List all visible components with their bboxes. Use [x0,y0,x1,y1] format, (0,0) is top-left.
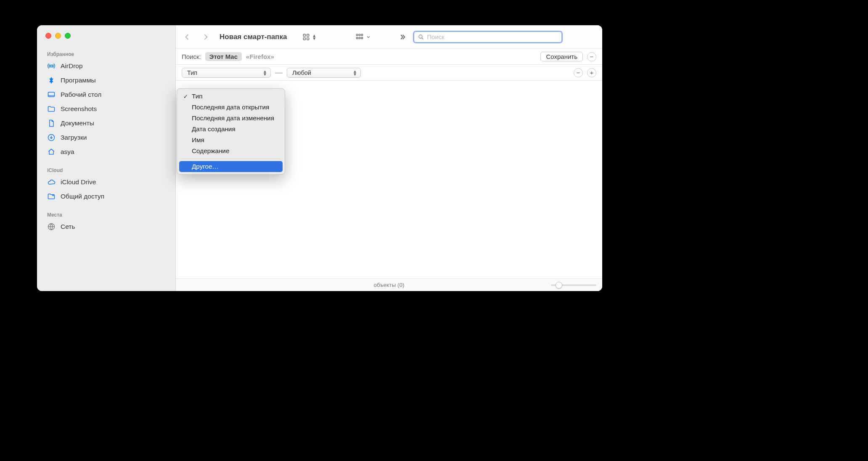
sidebar-section-places: Места [37,209,175,220]
sidebar-item-desktop[interactable]: Рабочий стол [37,87,175,102]
sidebar-section-icloud: iCloud [37,165,175,175]
menu-item-label: Дата создания [192,125,236,133]
menu-item-label: Содержание [192,147,229,155]
svg-rect-9 [357,34,358,35]
window-controls [37,33,175,39]
desktop-icon [47,90,56,99]
svg-rect-1 [48,92,55,97]
window-title: Новая смарт-папка [220,33,287,41]
svg-rect-13 [359,37,360,38]
sidebar-item-label: AirDrop [61,62,83,70]
icon-size-slider[interactable] [551,282,596,289]
criteria-kind-select[interactable]: Тип ▲▼ [182,68,271,78]
sidebar-item-shared[interactable]: Общий доступ [37,189,175,204]
sidebar-item-icloud-drive[interactable]: iCloud Drive [37,175,175,189]
svg-point-15 [419,35,422,38]
sidebar-item-label: Сеть [61,223,75,231]
svg-point-0 [50,65,53,67]
criteria-row: Тип ▲▼ — Любой ▲▼ − + [176,65,602,81]
svg-rect-12 [357,37,358,38]
shared-folder-icon [47,192,56,201]
checkmark-icon: ✓ [183,93,188,100]
sidebar-item-downloads[interactable]: Загрузки [37,130,175,145]
svg-point-3 [52,195,54,196]
sidebar-item-label: Документы [61,119,94,127]
sidebar-item-label: Рабочий стол [61,91,101,98]
search-field[interactable] [413,31,563,43]
menu-item-last-modified[interactable]: Последняя дата изменения [179,113,283,124]
save-button[interactable]: Сохранить [540,52,583,61]
criteria-value-select[interactable]: Любой ▲▼ [287,68,361,78]
cloud-icon [47,178,56,186]
chevron-down-icon [366,34,371,40]
toolbar: Новая смарт-папка ▲▼ [176,25,602,49]
document-icon [47,119,56,127]
chevron-updown-icon: ▲▼ [263,70,267,76]
scope-firefox[interactable]: «Firefox» [246,53,274,60]
fullscreen-button[interactable] [65,33,71,39]
status-bar: объекты (0) [176,278,602,291]
criteria-kind-value: Тип [187,69,197,76]
sidebar-section-favorites: Избранное [37,49,175,59]
add-criteria-button[interactable]: + [587,68,596,77]
sidebar-item-applications[interactable]: Программы [37,73,175,87]
menu-item-last-opened[interactable]: Последняя дата открытия [179,102,283,113]
sidebar-item-screenshots[interactable]: Screenshots [37,102,175,116]
sidebar-item-label: Программы [61,77,96,84]
scope-label: Поиск: [182,53,201,60]
svg-rect-6 [307,34,309,36]
criteria-value: Любой [292,69,311,76]
finder-window: Избранное AirDrop Программы Рабочий стол… [37,25,602,291]
folder-icon [47,105,56,113]
sidebar-item-label: Screenshots [61,105,97,113]
sidebar-item-label: Загрузки [61,134,87,141]
sidebar-item-network[interactable]: Сеть [37,220,175,234]
menu-item-label: Последняя дата открытия [192,103,269,111]
criteria-separator: — [275,68,283,77]
menu-item-label: Тип [192,93,203,100]
menu-item-name[interactable]: Имя [179,135,283,146]
remove-criteria-button[interactable]: − [574,68,583,77]
menu-item-type[interactable]: ✓ Тип [179,91,283,102]
sidebar: Избранное AirDrop Программы Рабочий стол… [37,25,176,291]
sidebar-item-home[interactable]: asya [37,145,175,159]
chevron-updown-icon: ▲▼ [312,34,316,40]
search-icon [418,34,424,40]
forward-button[interactable] [198,31,213,43]
sidebar-item-label: Общий доступ [61,193,104,200]
sidebar-item-documents[interactable]: Документы [37,116,175,130]
svg-rect-7 [304,37,306,40]
close-button[interactable] [45,33,51,39]
group-button[interactable] [352,31,373,43]
menu-item-label: Другое… [192,163,219,170]
menu-item-contents[interactable]: Содержание [179,146,283,156]
menu-item-label: Последняя дата изменения [192,114,274,122]
applications-icon [47,76,56,85]
minimize-button[interactable] [55,33,61,39]
svg-rect-5 [304,34,306,36]
scope-this-mac[interactable]: Этот Mac [205,52,242,61]
svg-rect-8 [307,37,309,40]
sidebar-item-label: iCloud Drive [61,178,96,186]
view-icons-button[interactable]: ▲▼ [299,31,319,43]
network-icon [47,223,56,231]
home-icon [47,148,56,156]
menu-item-label: Имя [192,136,204,144]
status-text: объекты (0) [374,282,405,288]
sidebar-item-label: asya [61,148,74,156]
menu-divider [182,159,280,159]
menu-item-other[interactable]: Другое… [179,161,283,172]
criteria-kind-menu: ✓ Тип Последняя дата открытия Последняя … [177,88,285,175]
sidebar-item-airdrop[interactable]: AirDrop [37,59,175,73]
menu-item-created[interactable]: Дата создания [179,124,283,135]
remove-scope-button[interactable]: − [587,52,596,61]
svg-rect-14 [361,37,363,38]
svg-rect-11 [361,34,363,35]
search-input[interactable] [427,33,558,40]
scope-bar: Поиск: Этот Mac «Firefox» Сохранить − [176,49,602,65]
svg-rect-10 [359,34,360,35]
chevron-updown-icon: ▲▼ [353,70,357,76]
overflow-button[interactable] [396,31,409,43]
downloads-icon [47,133,56,142]
back-button[interactable] [180,31,194,43]
